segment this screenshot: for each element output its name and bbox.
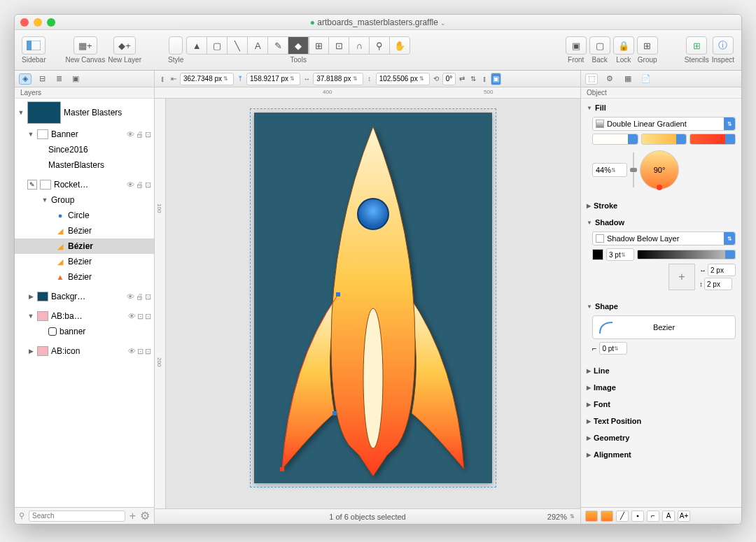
canvas-row[interactable]: ▼ Master Blasters [15,99,154,127]
corner-radius-field[interactable]: 0 pt⇅ [599,342,627,355]
new-layer-button[interactable]: ◆+ [113,36,136,55]
shadow-blur-slider[interactable] [637,250,736,259]
back-button[interactable]: ▢ [589,36,610,55]
pen-tool[interactable]: ✎ [267,36,288,55]
shadow-offset-x-field[interactable]: 2 px [708,264,736,276]
shape-tool[interactable]: ▢ [206,36,227,55]
lock-icon[interactable]: ⊡ [145,292,151,301]
stepper-icon[interactable]: ⇅ [614,345,621,352]
zoom-tool[interactable]: ⚲ [369,36,390,55]
rocket-shape[interactable] [254,113,492,483]
object-row[interactable]: banner [15,324,154,339]
line-tool[interactable]: ╲ [227,36,248,55]
stepper-icon[interactable]: ⇅ [353,76,360,82]
shape-style-icon[interactable]: ⌐ [647,511,659,522]
layer-row[interactable]: ✎ Rocket… 👁🖨⊡ [15,177,154,192]
slider-thumb-icon[interactable] [630,168,637,172]
visibility-icon[interactable]: 👁 [128,312,136,321]
stroke-style-icon[interactable]: ╱ [616,511,629,522]
canvas-inspector-tab[interactable]: ▦ [622,73,634,85]
shadow-blur-field[interactable]: 3 pt⇅ [606,248,634,261]
view-mode-button[interactable]: ▣ [491,73,501,85]
color-swatch-3[interactable] [690,134,736,145]
disclosure-triangle-icon[interactable]: ▼ [27,313,34,320]
document-inspector-tab[interactable]: 📄 [640,73,652,85]
stepper-icon[interactable]: ⇅ [611,167,618,173]
stencils-button[interactable]: ⊞ [686,36,707,55]
text-style-icon[interactable]: A [662,511,675,522]
gradient-angle-dial[interactable]: 90° [640,150,679,190]
object-row-selected[interactable]: ◢Bézier [15,238,154,254]
rotation-field[interactable]: 0° [442,73,456,85]
search-input[interactable] [29,511,125,522]
text-tool[interactable]: A [247,36,268,55]
layers-tab[interactable]: ◈ [19,73,31,85]
group-row[interactable]: ▼Group [15,192,154,208]
disclosure-triangle-icon[interactable]: ▼ [27,131,34,138]
h-field[interactable]: 102.5506 px⇅ [376,73,430,85]
visibility-icon[interactable]: 👁 [127,130,134,139]
print-icon[interactable]: 🖨 [136,292,144,301]
chevron-down-icon[interactable]: ⌄ [440,20,446,27]
layer-row[interactable]: ▼ AB:ba… 👁⊡⊡ [15,308,154,324]
visibility-icon[interactable]: 👁 [127,180,134,190]
line-section-header[interactable]: ▶Line [587,364,736,377]
lock-button[interactable]: 🔒 [613,36,634,55]
stepper-icon[interactable]: ⇅ [419,76,426,82]
stepper-icon[interactable]: ⇅ [223,76,230,82]
lock-icon[interactable]: ⊡ [145,180,151,190]
lock-icon[interactable]: ⊡ [145,312,151,321]
shape-picker[interactable]: Bezier [592,315,736,339]
visibility-icon[interactable]: 👁 [128,347,136,356]
canvas-scroll[interactable]: 400 500 100 200 [155,87,580,508]
shadow-offset-y-field[interactable]: 2 px [704,278,732,290]
point-edit-tool[interactable]: ◆ [288,36,309,55]
inspect-button[interactable]: ⓘ [713,36,734,55]
alignment-section-header[interactable]: ▶Alignment [587,448,736,461]
x-field[interactable]: 362.7348 px⇅ [180,73,234,85]
disclosure-triangle-icon[interactable]: ▶ [27,348,34,355]
select-tool[interactable]: ▲ [186,36,207,55]
edit-icon[interactable]: ✎ [27,180,37,190]
add-style-icon[interactable]: A+ [678,511,690,522]
group-button[interactable]: ⊞ [637,36,658,55]
stepper-icon[interactable]: ⇅ [290,76,297,82]
front-button[interactable]: ▣ [566,36,587,55]
add-layer-icon[interactable]: + [130,510,136,522]
new-canvas-button[interactable]: ▦+ [74,36,97,55]
color-swatch-2[interactable] [641,134,687,145]
gradient-slider[interactable] [633,152,634,187]
y-field[interactable]: 158.9217 px⇅ [246,73,300,85]
layer-row[interactable]: ▶ Backgr… 👁🖨⊡ [15,289,154,304]
shadow-style-icon[interactable]: ▪ [631,511,644,522]
object-inspector-tab[interactable]: ⬚ [585,73,598,85]
artboard[interactable] [254,113,492,483]
settings-icon[interactable]: ⚙ [140,509,150,522]
fill-type-dropdown[interactable]: Double Linear Gradient ⇅ [592,117,736,131]
shadow-section-header[interactable]: ▼Shadow [587,216,736,229]
flip-v-icon[interactable]: ⇅ [468,75,478,83]
lock-icon[interactable]: ⊡ [145,130,151,139]
shadow-offset-pad[interactable]: + [668,264,695,290]
sidebar-toggle-button[interactable] [22,36,46,55]
disclosure-triangle-icon[interactable]: ▼ [18,109,24,116]
shape-section-header[interactable]: ▼Shape [587,300,736,313]
layer-row[interactable]: ▶ AB:icon 👁⊡⊡ [15,343,154,359]
print-icon[interactable]: 🖨 [136,130,144,139]
stamp-tool[interactable]: ⊡ [328,36,349,55]
flip-h-icon[interactable]: ⇄ [457,75,467,83]
style-button[interactable] [169,36,183,55]
shadow-color-swatch[interactable] [592,249,603,260]
fill-style-icon[interactable] [601,511,613,522]
disclosure-triangle-icon[interactable]: ▶ [27,293,34,300]
magnet-tool[interactable]: ∩ [349,36,370,55]
visibility-icon[interactable]: 👁 [127,292,134,301]
print-icon[interactable]: 🖨 [136,180,144,190]
object-row[interactable]: Since2016 [15,142,154,157]
outline-tab[interactable]: ≣ [52,73,65,85]
shadow-type-dropdown[interactable]: Shadow Below Layer ⇅ [592,231,736,245]
fill-style-icon[interactable] [585,511,598,522]
export-icon[interactable]: ⊡ [137,347,144,356]
object-row[interactable]: MasterBlasters [15,157,154,173]
ruler-icon[interactable]: ⫿ [158,75,167,83]
